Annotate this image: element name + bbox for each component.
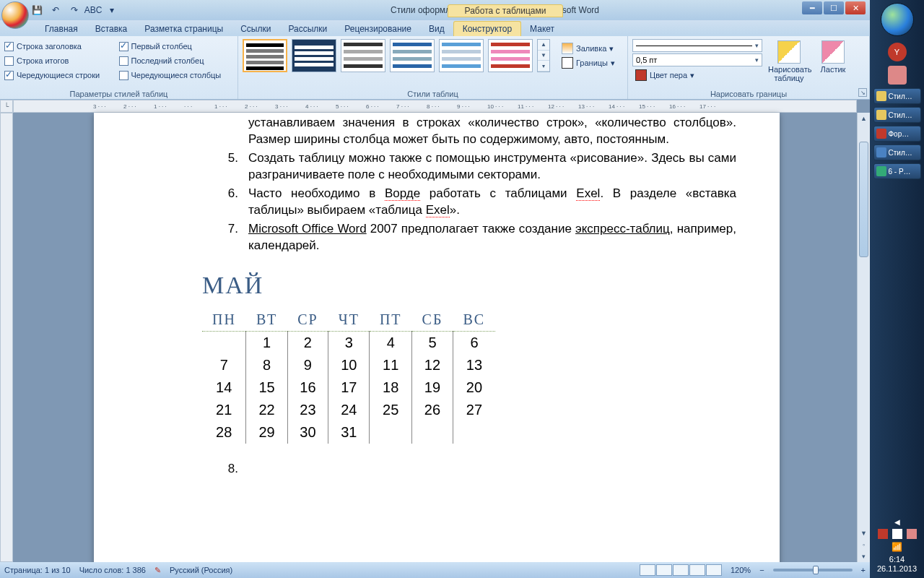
zoom-out[interactable]: − — [759, 566, 764, 574]
tab-review[interactable]: Рецензирование — [336, 22, 420, 36]
tab-layout[interactable]: Макет — [521, 22, 563, 36]
cal-cell[interactable]: 17 — [328, 376, 370, 399]
paragraph[interactable] — [248, 461, 736, 478]
zoom-in[interactable]: + — [861, 566, 866, 574]
chk-total-row[interactable] — [4, 56, 14, 66]
clock[interactable]: 6:14 26.11.2013 — [877, 555, 917, 574]
pen-width-select[interactable]: 0,5 пт▾ — [632, 53, 762, 66]
ruler-horizontal[interactable]: 3 · · · 2 · · · 1 · · · · · · 1 · · · 2 … — [13, 100, 857, 113]
cal-day-header[interactable]: СР — [287, 309, 328, 332]
office-button[interactable] — [1, 1, 29, 29]
dialog-launcher[interactable]: ↘ — [858, 88, 867, 97]
page[interactable]: устанавливаем значения в строках «количе… — [94, 113, 780, 575]
cal-cell[interactable]: 25 — [370, 399, 412, 421]
zoom-value[interactable]: 120% — [731, 566, 751, 574]
paragraph[interactable]: Создать таблицу можно также с помощью ин… — [248, 150, 736, 184]
cal-cell[interactable]: 10 — [328, 354, 370, 376]
cal-cell[interactable]: 20 — [453, 376, 495, 399]
cal-cell[interactable]: 19 — [412, 376, 453, 399]
wifi-icon[interactable]: 📶 — [892, 542, 902, 552]
ruler-vertical[interactable] — [0, 113, 13, 562]
eraser-button[interactable]: Ластик — [816, 39, 850, 74]
status-page[interactable]: Страница: 1 из 10 — [4, 566, 71, 574]
cal-cell[interactable]: 2 — [287, 332, 328, 355]
ruler-toggle[interactable]: └ — [0, 100, 13, 113]
view-full-screen[interactable] — [656, 564, 672, 576]
scroll-thumb[interactable] — [859, 142, 868, 257]
tab-references[interactable]: Ссылки — [232, 22, 279, 36]
cal-cell[interactable] — [453, 421, 495, 444]
cal-cell[interactable]: 29 — [246, 421, 287, 444]
system-tray[interactable] — [878, 529, 917, 539]
cal-cell[interactable]: 24 — [328, 399, 370, 421]
tab-insert[interactable]: Вставка — [87, 22, 136, 36]
cal-cell[interactable]: 28 — [202, 421, 246, 444]
tab-page-layout[interactable]: Разметка страницы — [136, 22, 232, 36]
style-thumb[interactable] — [243, 39, 287, 72]
taskbar-item[interactable]: Стил… — [873, 107, 921, 123]
style-thumb[interactable] — [390, 39, 435, 72]
style-thumb[interactable] — [292, 39, 336, 72]
taskbar-item[interactable]: Фор… — [873, 126, 921, 142]
calendar-title[interactable]: МАЙ — [202, 269, 736, 302]
tray-icon[interactable] — [888, 66, 907, 85]
style-thumb[interactable] — [439, 39, 484, 72]
cal-day-header[interactable]: ВС — [453, 309, 495, 332]
qat-save[interactable]: 💾 — [29, 2, 45, 18]
view-outline[interactable] — [689, 564, 705, 576]
cal-cell[interactable] — [370, 421, 412, 444]
cal-day-header[interactable]: СБ — [412, 309, 453, 332]
status-word-count[interactable]: Число слов: 1 386 — [79, 566, 146, 574]
qat-redo[interactable]: ↷ — [66, 2, 82, 18]
proofing-icon[interactable]: ✎ — [154, 566, 161, 575]
cal-cell[interactable] — [412, 421, 453, 444]
taskbar-item[interactable]: 6 - P… — [873, 163, 921, 179]
cal-day-header[interactable]: ВТ — [246, 309, 287, 332]
network-icon[interactable] — [907, 529, 917, 539]
cal-cell[interactable]: 23 — [287, 399, 328, 421]
cal-cell[interactable]: 27 — [453, 399, 495, 421]
window-maximize[interactable]: ☐ — [824, 1, 844, 14]
scrollbar-vertical[interactable]: ▲ ▼ ◦ ▾ — [857, 113, 870, 562]
flag-icon[interactable] — [878, 529, 888, 539]
view-buttons[interactable] — [640, 564, 722, 576]
calendar-table[interactable]: ПНВТСРЧТПТСБВС 1234567891011121314151617… — [202, 309, 495, 444]
tab-home[interactable]: Главная — [36, 22, 87, 36]
cal-cell[interactable]: 1 — [246, 332, 287, 355]
cal-cell[interactable]: 14 — [202, 376, 246, 399]
cal-cell[interactable]: 3 — [328, 332, 370, 355]
qat-undo[interactable]: ↶ — [48, 2, 64, 18]
chk-header-row[interactable] — [4, 42, 14, 51]
shading-button[interactable]: Заливка ▾ — [559, 41, 618, 56]
cal-cell[interactable]: 9 — [287, 354, 328, 376]
volume-icon[interactable] — [892, 529, 902, 539]
cal-cell[interactable]: 12 — [412, 354, 453, 376]
cal-cell[interactable]: 15 — [246, 376, 287, 399]
style-thumb[interactable] — [488, 39, 533, 72]
pen-style-select[interactable]: ▾ — [632, 39, 762, 52]
cal-cell[interactable]: 4 — [370, 332, 412, 355]
qat-customize[interactable]: ▾ — [104, 2, 120, 18]
chk-first-col[interactable] — [119, 42, 128, 51]
taskbar-item[interactable]: Стил… — [873, 88, 921, 104]
cal-cell[interactable]: 30 — [287, 421, 328, 444]
cal-cell[interactable]: 11 — [370, 354, 412, 376]
chk-banded-rows[interactable] — [4, 71, 14, 80]
paragraph[interactable]: Microsoft Office Word 2007 предполагает … — [248, 221, 736, 254]
status-language[interactable]: Русский (Россия) — [170, 566, 232, 574]
yandex-icon[interactable]: Y — [888, 43, 907, 61]
taskbar-item[interactable]: Стил… — [873, 144, 921, 160]
tray-expand[interactable]: ◀ — [894, 518, 900, 526]
style-thumb[interactable] — [341, 39, 385, 72]
paragraph[interactable]: устанавливаем значения в строках «количе… — [248, 115, 736, 148]
cal-cell[interactable]: 26 — [412, 399, 453, 421]
window-minimize[interactable]: ━ — [802, 1, 822, 14]
chk-banded-cols[interactable] — [119, 71, 128, 80]
zoom-slider[interactable] — [773, 569, 853, 571]
view-print-layout[interactable] — [640, 564, 655, 576]
cal-cell[interactable]: 13 — [453, 354, 495, 376]
cal-cell[interactable]: 7 — [202, 354, 246, 376]
cal-cell[interactable]: 31 — [328, 421, 370, 444]
view-web[interactable] — [673, 564, 689, 576]
tab-view[interactable]: Вид — [420, 22, 453, 36]
